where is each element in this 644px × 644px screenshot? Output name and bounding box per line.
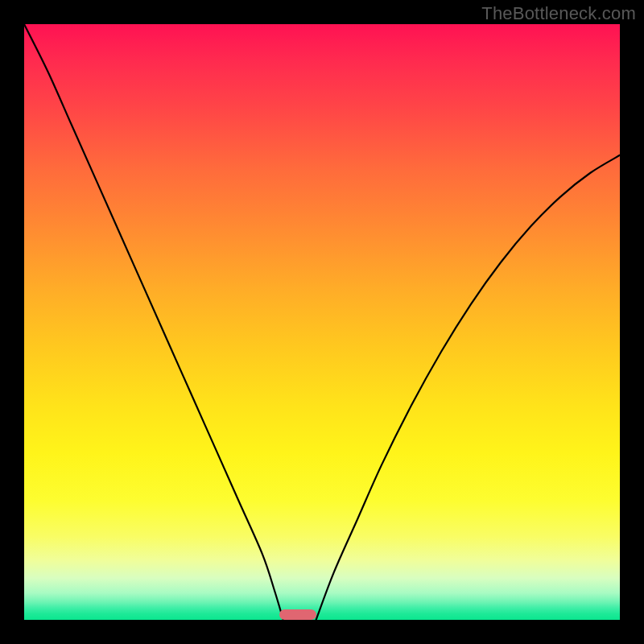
right-branch-curve (316, 155, 620, 620)
watermark-text: TheBottleneck.com (481, 3, 636, 24)
curve-layer (24, 24, 620, 620)
plot-area (24, 24, 620, 620)
minimum-marker (279, 609, 316, 620)
left-branch-curve (24, 24, 283, 620)
chart-frame: TheBottleneck.com (0, 0, 644, 644)
